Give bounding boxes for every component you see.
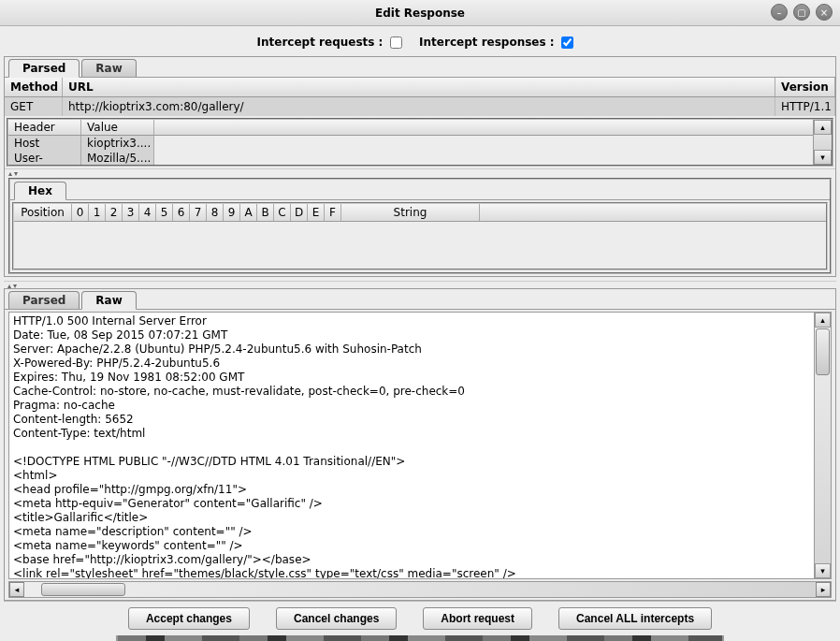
action-buttons: Accept changes Cancel changes Abort requ… [4, 601, 836, 635]
scroll-up-icon[interactable]: ▴ [815, 313, 831, 328]
tab-response-parsed[interactable]: Parsed [8, 291, 80, 309]
hex-col-8: 8 [207, 204, 224, 221]
hex-col-0: 0 [72, 204, 89, 221]
hex-col-9: 9 [224, 204, 240, 221]
request-tabs: Parsed Raw [5, 57, 835, 78]
response-raw-text[interactable]: HTTP/1.0 500 Internal Server Error Date:… [9, 313, 814, 578]
hex-col-1: 1 [89, 204, 106, 221]
window-title: Edit Response [375, 7, 465, 20]
col-method: Method [5, 78, 63, 96]
hex-col-4: 4 [139, 204, 156, 221]
request-panel: Parsed Raw Method URL Version GET http:/… [4, 56, 836, 277]
splitter-handle[interactable]: ▴▾ [4, 281, 836, 288]
response-vertical-scrollbar[interactable]: ▴ ▾ [814, 313, 831, 578]
hex-col-5: 5 [156, 204, 173, 221]
hex-col-6: 6 [173, 204, 190, 221]
header-value[interactable]: Mozilla/5.... [81, 151, 154, 165]
hex-col-a: A [240, 204, 257, 221]
request-version[interactable]: HTTP/1.1 [775, 97, 835, 116]
intercept-responses-label: Intercept responses : [419, 36, 555, 49]
intercept-requests-label: Intercept requests : [257, 36, 384, 49]
scroll-down-icon[interactable]: ▾ [814, 150, 832, 165]
hex-col-f: F [325, 204, 341, 221]
intercept-responses-checkbox[interactable] [561, 36, 573, 49]
hex-col-b: B [257, 204, 274, 221]
headers-scrollbar[interactable]: ▴ ▾ [813, 120, 832, 165]
hex-col-position: Position [14, 204, 72, 221]
header-row[interactable]: Host kioptrix3.... [8, 136, 813, 151]
scroll-left-icon[interactable]: ◂ [9, 582, 24, 597]
scroll-up-icon[interactable]: ▴ [814, 120, 832, 135]
response-horizontal-scrollbar[interactable]: ◂ ▸ [8, 581, 832, 598]
request-method[interactable]: GET [5, 97, 63, 116]
scroll-thumb[interactable] [816, 328, 830, 375]
scroll-right-icon[interactable]: ▸ [816, 582, 831, 597]
header-value[interactable]: kioptrix3.... [81, 136, 154, 151]
hex-col-e: E [308, 204, 325, 221]
cancel-changes-button[interactable]: Cancel changes [276, 607, 397, 630]
request-line-header: Method URL Version [5, 78, 835, 97]
background-strip [116, 635, 724, 641]
hex-col-7: 7 [190, 204, 207, 221]
hex-col-c: C [274, 204, 291, 221]
col-value: Value [81, 120, 154, 135]
hex-header-row: Position 0 1 2 3 4 5 6 7 8 9 A B C D E F [14, 204, 826, 222]
header-name[interactable]: Host [8, 136, 81, 151]
hex-col-d: D [291, 204, 308, 221]
header-name[interactable]: User-Agent [8, 151, 81, 165]
abort-request-button[interactable]: Abort request [423, 607, 532, 630]
hex-panel: Hex Position 0 1 2 3 4 5 6 7 8 9 A B [8, 178, 832, 274]
tab-hex[interactable]: Hex [14, 182, 66, 200]
header-row[interactable]: User-Agent Mozilla/5.... [8, 151, 813, 165]
window-titlebar: Edit Response – ▢ × [0, 0, 840, 26]
intercept-requests-checkbox[interactable] [390, 36, 402, 49]
hex-col-string: String [341, 204, 480, 221]
scroll-down-icon[interactable]: ▾ [815, 563, 831, 578]
request-line-row[interactable]: GET http://kioptrix3.com:80/gallery/ HTT… [5, 97, 835, 116]
intercept-options: Intercept requests : Intercept responses… [4, 32, 836, 56]
scroll-thumb[interactable] [41, 583, 125, 596]
close-button[interactable]: × [816, 4, 833, 21]
col-url: URL [63, 78, 775, 96]
tab-request-parsed[interactable]: Parsed [8, 59, 80, 78]
cancel-all-intercepts-button[interactable]: Cancel ALL intercepts [558, 607, 712, 630]
tab-response-raw[interactable]: Raw [81, 291, 136, 310]
hex-col-3: 3 [123, 204, 139, 221]
hex-body[interactable] [14, 222, 826, 269]
maximize-button[interactable]: ▢ [793, 4, 810, 21]
request-url[interactable]: http://kioptrix3.com:80/gallery/ [63, 97, 775, 116]
request-headers-panel: Header Value Host kioptrix3.... User-Age… [7, 118, 833, 167]
col-version: Version [775, 78, 835, 96]
accept-changes-button[interactable]: Accept changes [128, 607, 250, 630]
splitter-handle[interactable]: ▴▾ [5, 168, 835, 176]
response-panel: Parsed Raw HTTP/1.0 500 Internal Server … [4, 288, 836, 601]
tab-request-raw[interactable]: Raw [81, 59, 136, 77]
minimize-button[interactable]: – [771, 4, 788, 21]
col-header: Header [8, 120, 81, 135]
hex-col-2: 2 [106, 204, 123, 221]
